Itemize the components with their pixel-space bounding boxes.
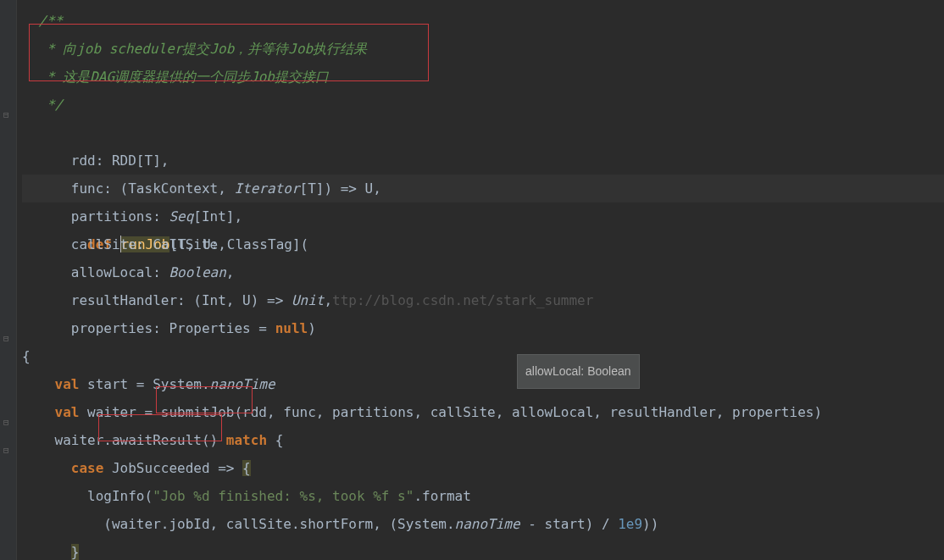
comment-text: * 向job scheduler提交Job，并等待Job执行结果 (22, 41, 367, 57)
comment-text: /** (22, 13, 63, 29)
watermark-text: ttp://blog.csdn.net/stark_summer (332, 292, 593, 308)
param-func: func: (TaskContext, Iterator[T]) => U, (71, 180, 381, 197)
param-partitions: partitions: Seq[Int], (71, 208, 242, 225)
keyword-case: case (71, 460, 104, 476)
keyword-val: val (55, 404, 80, 420)
comment-text: * 这是DAG调度器提供的一个同步Job提交接口 (22, 69, 329, 85)
case-pattern: JobSucceeded => (103, 460, 242, 476)
fold-marker-icon[interactable]: ⊟ (3, 445, 9, 456)
format-args: (waiter.jobId, callSite.shortForm, (Syst… (103, 516, 658, 532)
fold-marker-icon[interactable]: ⊟ (3, 417, 9, 428)
brace-open: { (22, 348, 31, 364)
fold-marker-icon[interactable]: ⊟ (3, 333, 9, 344)
string-literal: "Job %d finished: %s, took %f s" (153, 488, 414, 504)
code-editor[interactable]: ⊟ ⊟ ⊟ ⊟ allowLocal: Boolean /** * 向job s… (0, 0, 944, 560)
loginfo-call: logInfo( (87, 488, 153, 504)
brace-close: } (71, 544, 80, 560)
keyword-val: val (55, 376, 80, 392)
keyword-match: match (226, 432, 267, 448)
awaitresult-call: awaitResult (112, 432, 202, 448)
fold-marker-icon[interactable]: ⊟ (3, 109, 9, 120)
param-tooltip: allowLocal: Boolean (517, 354, 640, 389)
code-area[interactable]: allowLocal: Boolean /** * 向job scheduler… (17, 0, 944, 560)
waiter-var: waiter = (79, 404, 160, 420)
format-call: .format (414, 488, 470, 504)
nanotime-call: nanoTime (210, 376, 275, 392)
param-callsite: callSite: CallSite, (71, 236, 226, 252)
param-allowlocal: allowLocal: Boolean, (71, 264, 235, 280)
param-rdd: rdd: RDD[T], (71, 152, 169, 169)
gutter: ⊟ ⊟ ⊟ ⊟ (0, 0, 17, 560)
submitjob-call: submitJob (161, 404, 235, 420)
start-var: start = System. (79, 376, 209, 392)
param-resulthandler: resultHandler: (Int, U) => Unit, (71, 292, 332, 308)
submitjob-args: (rdd, func, partitions, callSite, allowL… (234, 404, 822, 420)
waiter-ref: waiter. (55, 432, 112, 448)
comment-text: */ (22, 97, 63, 113)
case-brace: { (242, 460, 251, 476)
def-line[interactable]: def runJob[T, U: ClassTag]( (22, 119, 944, 147)
param-properties: properties: Properties = null) (71, 320, 316, 336)
